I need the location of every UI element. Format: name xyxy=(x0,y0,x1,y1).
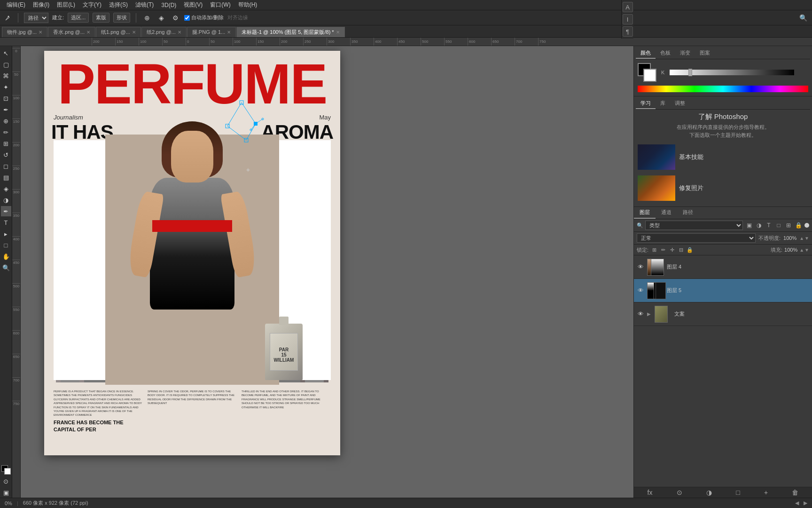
menu-window[interactable]: 窗口(W) xyxy=(207,1,233,9)
learn-card-basic[interactable]: 基本技能 xyxy=(636,143,810,172)
menu-3d[interactable]: 3D(D) xyxy=(158,2,179,8)
lock-pixel[interactable]: ⊞ xyxy=(650,246,658,254)
tool-heal[interactable]: ⊕ xyxy=(1,116,11,126)
eye-folder[interactable]: 👁 xyxy=(637,310,644,318)
tool-shape[interactable]: □ xyxy=(1,240,11,250)
fill-arrow-down[interactable]: ▼ xyxy=(804,247,809,253)
tool-eyedropper[interactable]: ✒ xyxy=(1,104,11,115)
menu-image[interactable]: 图像(I) xyxy=(30,1,52,9)
lock-artboard[interactable]: ⊟ xyxy=(677,246,685,254)
layer-group-icon[interactable]: □ xyxy=(736,489,740,496)
tool-hand[interactable]: ✋ xyxy=(1,251,11,262)
opacity-arrow-up[interactable]: ▲ xyxy=(799,236,804,241)
layer-type-filter[interactable]: 类型 xyxy=(645,221,743,230)
tool-brush[interactable]: ✏ xyxy=(1,127,11,137)
element-button[interactable]: 素版 xyxy=(93,13,109,23)
fill-arrow-up[interactable]: ▲ xyxy=(799,247,804,253)
layer-mask-icon[interactable]: ⊙ xyxy=(677,489,682,496)
learn-tab[interactable]: 学习 xyxy=(636,98,656,109)
tool-pen[interactable]: ✒ xyxy=(1,206,11,216)
menu-select[interactable]: 选择(S) xyxy=(106,1,131,9)
filter-shape-icon[interactable]: □ xyxy=(774,221,783,230)
eye-5[interactable]: 👁 xyxy=(637,287,644,294)
background-color[interactable] xyxy=(643,69,656,82)
filter-type-icon[interactable]: T xyxy=(765,221,773,230)
swatch-tab[interactable]: 色板 xyxy=(656,48,675,59)
menu-layer[interactable]: 图层(L) xyxy=(54,1,78,9)
scroll-left[interactable]: ◀ xyxy=(795,500,799,506)
tab-close-3[interactable]: ✕ xyxy=(178,30,181,35)
tab-0[interactable]: 物件.jpg @... ✕ xyxy=(2,27,47,37)
tool-eraser[interactable]: ◻ xyxy=(1,161,11,171)
tool-type[interactable]: T xyxy=(1,217,11,228)
screen-mode-icon[interactable]: ▣ xyxy=(1,487,11,498)
fg-bg-icon[interactable] xyxy=(1,465,11,475)
toolbar-icon-3[interactable]: ⚙ xyxy=(170,13,180,23)
tab-4[interactable]: 腿.PNG @ 1... ✕ xyxy=(187,27,236,37)
info-btn-2[interactable]: I xyxy=(623,14,633,24)
tool-gradient[interactable]: ▤ xyxy=(1,172,11,183)
library-tab[interactable]: 库 xyxy=(656,98,670,109)
learn-card-photo[interactable]: 修复照片 xyxy=(636,174,810,203)
info-btn-3[interactable]: ¶ xyxy=(623,26,633,37)
canvas-area[interactable]: PERFUME Journalism May IT HAS AROMA xyxy=(21,46,633,498)
tab-close-4[interactable]: ✕ xyxy=(227,30,231,35)
adjust-tab[interactable]: 调整 xyxy=(670,98,690,109)
tab-close-2[interactable]: ✕ xyxy=(132,30,136,35)
menu-help[interactable]: 帮助(H) xyxy=(235,1,260,9)
toolbar-icon-1[interactable]: ⊕ xyxy=(142,13,152,23)
fg-bg-colors[interactable] xyxy=(638,63,656,82)
tab-5[interactable]: 未标题-1 @ 100% (图层 5, 图层蒙版/8) * ✕ xyxy=(236,27,344,37)
channels-tab[interactable]: 通道 xyxy=(656,207,677,219)
lock-all[interactable]: 🔒 xyxy=(686,246,694,254)
shape-button[interactable]: 形状 xyxy=(113,13,130,23)
opacity-arrow-down[interactable]: ▼ xyxy=(804,236,809,241)
search-icon[interactable]: 🔍 xyxy=(798,13,808,23)
tool-blur[interactable]: ◈ xyxy=(1,183,11,194)
layer-adjust-icon[interactable]: ◑ xyxy=(706,489,712,496)
info-btn-1[interactable]: A xyxy=(623,2,633,12)
tab-close-5[interactable]: ✕ xyxy=(336,30,340,35)
layers-tab[interactable]: 图层 xyxy=(634,207,656,219)
scroll-right[interactable]: ▶ xyxy=(804,500,807,506)
color-spectrum[interactable] xyxy=(638,86,808,92)
tab-close-0[interactable]: ✕ xyxy=(39,30,42,35)
tab-3[interactable]: 纸2.png @... ✕ xyxy=(141,27,187,37)
pattern-tab[interactable]: 图案 xyxy=(695,48,715,59)
filter-adjust-icon[interactable]: ◑ xyxy=(755,221,763,230)
toolbar-icon-2[interactable]: ◈ xyxy=(156,13,166,23)
menu-edit[interactable]: 编辑(E) xyxy=(4,1,28,9)
gradient-tab[interactable]: 渐变 xyxy=(675,48,695,59)
layer-item-5[interactable]: 👁 图层 5 xyxy=(634,279,812,302)
layer-item-4[interactable]: 👁 图层 4 xyxy=(634,255,812,279)
tool-path-select[interactable]: ▸ xyxy=(1,229,11,239)
tool-history-brush[interactable]: ↺ xyxy=(1,150,11,160)
lock-move[interactable]: ✛ xyxy=(668,246,676,254)
layer-link-icon[interactable]: fx xyxy=(648,489,653,496)
layer-delete-icon[interactable]: 🗑 xyxy=(792,489,798,496)
menu-text[interactable]: 文字(Y) xyxy=(80,1,104,9)
tool-select-rect[interactable]: ▢ xyxy=(1,59,11,70)
filter-smart-icon[interactable]: ⊞ xyxy=(784,221,793,230)
color-tab[interactable]: 颜色 xyxy=(636,48,656,59)
blend-mode-select[interactable]: 正常 xyxy=(637,233,756,243)
toggle-filter[interactable] xyxy=(804,223,809,228)
filter-lock-icon[interactable]: 🔒 xyxy=(794,221,803,230)
tool-zoom[interactable]: 🔍 xyxy=(1,262,11,273)
tool-dodge[interactable]: ◑ xyxy=(1,195,11,205)
tab-1[interactable]: 香水.png @... ✕ xyxy=(48,27,95,37)
layer-add-icon[interactable]: + xyxy=(764,489,768,496)
tool-clone[interactable]: ⊞ xyxy=(1,138,11,149)
filter-pixel-icon[interactable]: ▣ xyxy=(745,221,753,230)
quick-mask-icon[interactable]: ⊙ xyxy=(1,476,11,486)
layer-item-folder[interactable]: 👁 ▶ 文案 xyxy=(634,302,812,326)
tool-move[interactable]: ↖ xyxy=(1,48,11,58)
menu-view[interactable]: 视图(V) xyxy=(181,1,205,9)
folder-expand[interactable]: ▶ xyxy=(647,311,651,317)
auto-add-checkbox[interactable]: 自动添加/删除 xyxy=(184,14,224,21)
k-slider[interactable] xyxy=(670,70,794,75)
selection-button[interactable]: 选区... xyxy=(68,13,89,23)
paths-tab[interactable]: 路径 xyxy=(677,207,699,219)
tab-2[interactable]: 纸1.png @... ✕ xyxy=(96,27,141,37)
path-type-select[interactable]: 路径 xyxy=(24,13,48,23)
